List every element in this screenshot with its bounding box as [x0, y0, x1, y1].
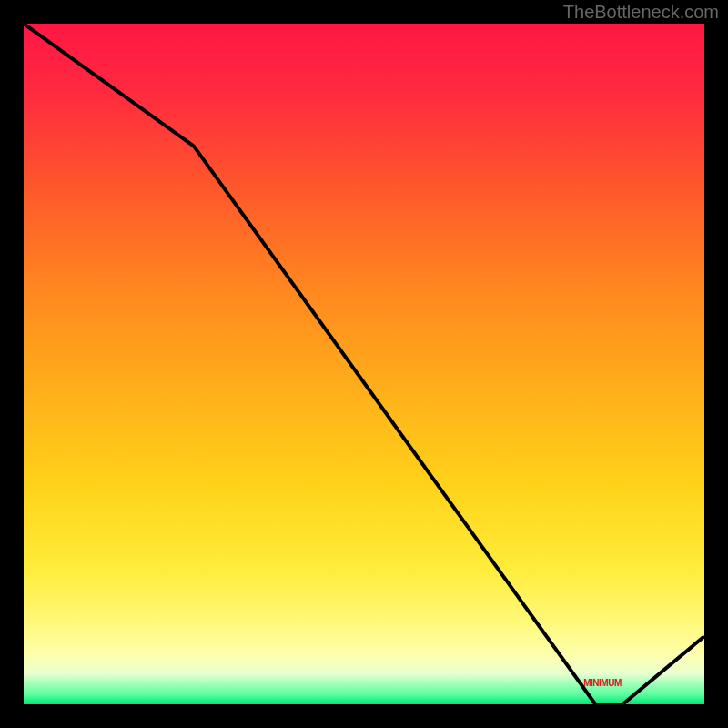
bottleneck-curve — [24, 24, 704, 704]
chart-frame: TheBottleneck.com MINIMUM — [0, 0, 728, 728]
minimum-label: MINIMUM — [583, 678, 622, 688]
watermark-text: TheBottleneck.com — [563, 2, 719, 23]
plot-area: MINIMUM — [24, 24, 704, 704]
